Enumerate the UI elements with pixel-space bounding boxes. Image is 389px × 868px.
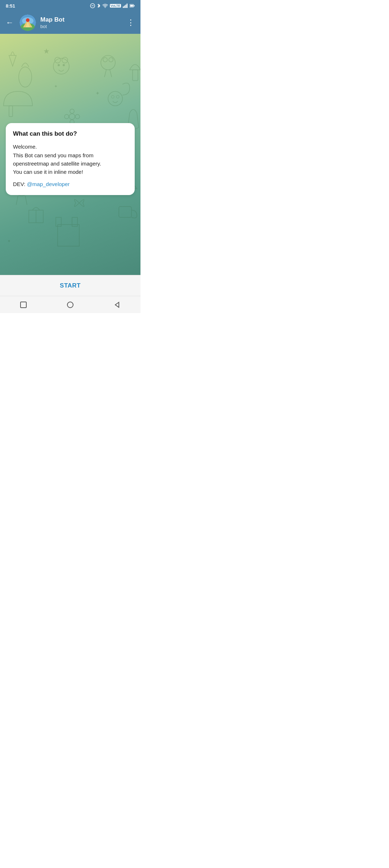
svg-rect-4 xyxy=(124,6,125,8)
volte-icon: VoLTE xyxy=(110,4,121,8)
svg-point-19 xyxy=(19,67,32,87)
svg-point-54 xyxy=(111,95,114,98)
back-nav-button[interactable] xyxy=(110,298,124,312)
svg-point-29 xyxy=(75,114,80,119)
status-time: 8:51 xyxy=(6,3,15,9)
battery-icon xyxy=(130,4,135,8)
svg-line-40 xyxy=(16,196,18,205)
svg-rect-25 xyxy=(133,70,138,81)
svg-rect-3 xyxy=(123,6,124,8)
svg-rect-9 xyxy=(130,5,133,7)
back-button[interactable]: ← xyxy=(4,17,15,29)
chat-header: ← Map Bot bot ⋮ xyxy=(0,12,140,34)
svg-point-62 xyxy=(67,302,73,308)
svg-point-60 xyxy=(63,64,65,66)
svg-point-55 xyxy=(116,95,119,98)
svg-point-57 xyxy=(55,57,61,63)
message-title: What can this bot do? xyxy=(13,130,128,137)
svg-point-22 xyxy=(109,58,113,62)
home-button[interactable] xyxy=(63,298,77,312)
bluetooth-icon xyxy=(97,3,100,8)
chat-area: ★ xyxy=(0,34,140,275)
message-dev: DEV: @map_developer xyxy=(13,181,128,187)
circle-icon xyxy=(66,301,74,309)
svg-rect-45 xyxy=(56,217,61,226)
svg-point-27 xyxy=(69,114,75,119)
message-text-line3: You can use it in inline mode! xyxy=(13,169,83,175)
message-container: What can this bot do? Welcome. This Bot … xyxy=(6,123,135,195)
svg-point-21 xyxy=(103,58,107,62)
bot-avatar xyxy=(19,14,36,31)
svg-rect-6 xyxy=(127,4,128,8)
message-text-line1: Welcome. xyxy=(13,144,37,150)
status-icons: VoLTE xyxy=(90,3,135,8)
svg-marker-63 xyxy=(115,302,119,307)
header-info: Map Bot bot xyxy=(40,16,121,29)
navigation-bar xyxy=(0,296,140,313)
start-area: START xyxy=(0,275,140,296)
svg-rect-46 xyxy=(72,217,77,226)
message-text-line2: This Bot can send you maps from openstre… xyxy=(13,152,101,167)
svg-line-24 xyxy=(110,70,112,77)
bot-status: bot xyxy=(40,24,121,29)
svg-point-59 xyxy=(58,64,60,66)
svg-text:★: ★ xyxy=(43,47,50,55)
svg-rect-61 xyxy=(21,302,26,308)
message-bubble: What can this bot do? Welcome. This Bot … xyxy=(6,123,135,195)
svg-text:✦: ✦ xyxy=(95,90,100,96)
dev-link[interactable]: @map_developer xyxy=(27,181,70,187)
message-body: Welcome. This Bot can send you maps from… xyxy=(13,143,128,176)
svg-rect-8 xyxy=(134,5,135,6)
signal-icon xyxy=(123,4,128,8)
svg-text:✦: ✦ xyxy=(7,239,11,244)
svg-point-20 xyxy=(101,55,115,70)
svg-line-41 xyxy=(25,196,27,205)
more-options-button[interactable]: ⋮ xyxy=(125,17,136,29)
dev-label: DEV: xyxy=(13,181,25,187)
svg-rect-44 xyxy=(58,225,79,246)
svg-point-31 xyxy=(64,114,69,119)
svg-point-53 xyxy=(108,91,122,106)
bot-name: Map Bot xyxy=(40,16,121,23)
square-icon xyxy=(19,301,27,309)
svg-text:✦: ✦ xyxy=(54,84,58,89)
wifi-icon xyxy=(102,4,108,8)
svg-point-28 xyxy=(70,109,74,113)
svg-line-23 xyxy=(104,70,106,77)
svg-rect-5 xyxy=(125,5,126,8)
svg-point-58 xyxy=(62,57,68,63)
dnd-icon xyxy=(90,3,95,8)
start-button[interactable]: START xyxy=(60,282,81,289)
back-triangle-icon xyxy=(113,301,121,309)
svg-rect-47 xyxy=(119,207,131,217)
svg-rect-26 xyxy=(9,106,13,117)
svg-point-56 xyxy=(53,58,69,74)
svg-point-2 xyxy=(105,7,106,8)
recent-apps-button[interactable] xyxy=(16,298,31,312)
status-bar: 8:51 VoLTE xyxy=(0,0,140,12)
